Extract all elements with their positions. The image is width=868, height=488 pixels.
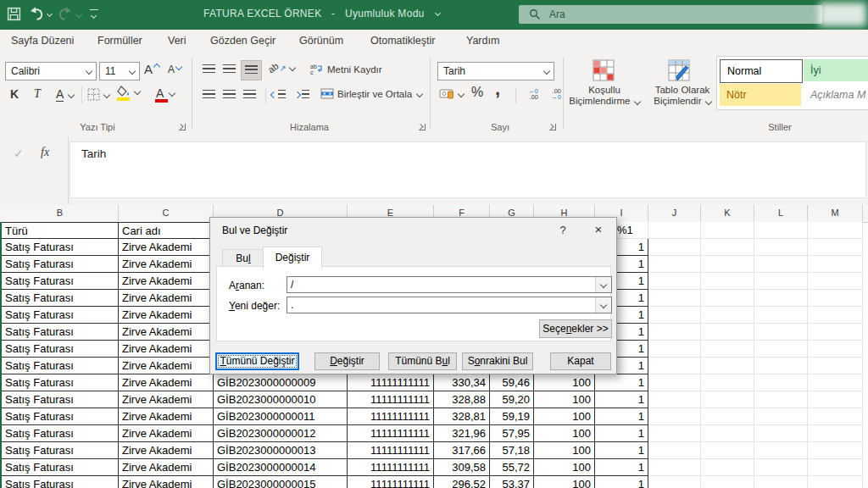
replace-with-dropdown[interactable] <box>595 297 611 313</box>
cell[interactable]: Satış Faturası <box>2 307 119 324</box>
close-button[interactable]: Kapat <box>550 352 611 370</box>
cell[interactable]: Satış Faturası <box>2 425 119 442</box>
formula-input[interactable]: Tarih <box>70 141 866 198</box>
find-what-combo[interactable]: / <box>287 276 612 293</box>
customize-quick-access-icon[interactable] <box>90 9 98 13</box>
cell[interactable] <box>808 307 863 324</box>
cell[interactable] <box>754 307 808 324</box>
cell[interactable]: GİB2023000000010 <box>214 391 348 408</box>
cell[interactable]: 59,19 <box>490 408 534 425</box>
cell[interactable]: Satış Faturası <box>2 273 119 290</box>
cell[interactable] <box>754 408 808 425</box>
cell-style-note[interactable]: Açıklama M <box>804 84 868 106</box>
cell[interactable] <box>648 476 701 488</box>
cell[interactable] <box>754 239 808 256</box>
cell[interactable] <box>701 324 754 341</box>
ribbon-tab-3[interactable]: Veri <box>168 35 186 47</box>
cell[interactable]: Zirve Akademi <box>119 273 214 290</box>
cell[interactable] <box>701 442 754 459</box>
cell[interactable]: Zirve Akademi <box>119 391 214 408</box>
font-dialog-launcher-icon[interactable] <box>179 124 186 130</box>
cell[interactable]: 1 <box>595 459 648 476</box>
shrink-font-button[interactable]: A <box>168 64 181 75</box>
cell[interactable]: 11111111111 <box>348 476 434 488</box>
cell[interactable] <box>648 324 701 341</box>
cell[interactable]: 11111111111 <box>348 408 434 425</box>
cell[interactable] <box>701 425 754 442</box>
format-as-table-label[interactable]: Tablo Olarak Biçimlendir <box>640 85 725 107</box>
cell[interactable] <box>648 442 701 459</box>
cell[interactable]: Zirve Akademi <box>119 290 214 307</box>
column-header-J[interactable]: J <box>648 205 701 221</box>
cell[interactable]: 1 <box>595 476 648 488</box>
cell[interactable]: Zirve Akademi <box>119 425 214 442</box>
cell[interactable] <box>754 341 808 358</box>
search-box[interactable]: Ara <box>519 5 822 24</box>
cell-style-good[interactable]: İyi <box>804 59 868 81</box>
cell[interactable] <box>808 459 863 476</box>
cell[interactable] <box>808 273 863 290</box>
cell[interactable] <box>701 408 754 425</box>
cell[interactable] <box>808 324 863 341</box>
cell[interactable] <box>754 476 808 488</box>
fill-color-button[interactable] <box>117 86 140 97</box>
cell[interactable]: 11111111111 <box>348 459 434 476</box>
cell[interactable]: Satış Faturası <box>2 358 119 374</box>
alignment-dialog-launcher-icon[interactable] <box>419 124 426 130</box>
borders-button[interactable] <box>87 88 109 101</box>
cell[interactable]: 100 <box>534 391 595 408</box>
cell[interactable] <box>701 307 754 324</box>
cell[interactable]: 100 <box>534 459 595 476</box>
cell[interactable] <box>808 408 863 425</box>
cell[interactable]: Zirve Akademi <box>119 239 214 256</box>
cell[interactable] <box>701 459 754 476</box>
column-header-M[interactable]: M <box>808 205 863 221</box>
cell[interactable]: Zirve Akademi <box>119 374 214 391</box>
cell[interactable] <box>701 358 754 374</box>
cell[interactable]: 100 <box>534 442 595 459</box>
column-header-B[interactable]: B <box>2 205 119 221</box>
insert-function-icon[interactable]: fx <box>41 146 49 159</box>
cell[interactable] <box>754 459 808 476</box>
grow-font-button[interactable]: A <box>144 62 159 76</box>
undo-dropdown-icon[interactable] <box>47 11 53 17</box>
cell[interactable]: 100 <box>534 374 595 391</box>
cell[interactable] <box>808 358 863 374</box>
cell[interactable] <box>648 307 701 324</box>
cell[interactable]: 11111111111 <box>348 391 434 408</box>
cell[interactable]: GİB2023000000011 <box>214 408 348 425</box>
cell[interactable] <box>701 273 754 290</box>
accounting-format-button[interactable] <box>439 88 464 99</box>
enter-check-icon[interactable]: ✓ <box>14 147 24 160</box>
cell[interactable]: 1 <box>595 442 648 459</box>
cell[interactable] <box>648 222 701 239</box>
cell[interactable]: Zirve Akademi <box>119 459 214 476</box>
cell[interactable] <box>648 374 701 391</box>
align-center-button[interactable] <box>223 90 236 100</box>
cell[interactable] <box>808 256 863 273</box>
cell[interactable]: Satış Faturası <box>2 290 119 307</box>
align-middle-button[interactable] <box>223 64 236 75</box>
cell[interactable]: Türü <box>2 222 119 239</box>
cell[interactable] <box>754 273 808 290</box>
decrease-indent-button[interactable] <box>271 90 286 100</box>
cell[interactable]: Zirve Akademi <box>119 442 214 459</box>
column-header-L[interactable]: L <box>754 205 808 221</box>
cell[interactable]: 309,58 <box>434 459 490 476</box>
cell-style-normal[interactable]: Normal <box>720 59 803 83</box>
cell[interactable] <box>754 358 808 374</box>
cell[interactable] <box>808 341 863 358</box>
cell[interactable] <box>648 408 701 425</box>
save-icon[interactable] <box>7 7 22 22</box>
cell[interactable]: 11111111111 <box>348 425 434 442</box>
cell[interactable]: Satış Faturası <box>2 476 119 488</box>
cell[interactable]: 1 <box>595 391 648 408</box>
cell[interactable] <box>754 256 808 273</box>
cell[interactable]: 1 <box>595 425 648 442</box>
cell[interactable] <box>701 239 754 256</box>
cell[interactable] <box>648 239 701 256</box>
cell[interactable]: 100 <box>534 476 595 488</box>
ribbon-tab-6[interactable]: Otomatikleştir <box>370 35 435 47</box>
cell[interactable] <box>808 374 863 391</box>
cell[interactable] <box>648 341 701 358</box>
